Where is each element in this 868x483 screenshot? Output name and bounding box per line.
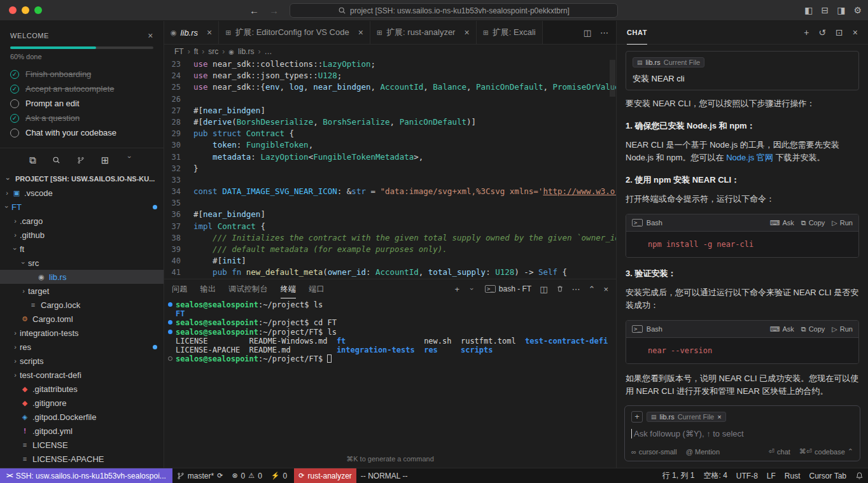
welcome-item[interactable]: ✓Ask a question bbox=[10, 111, 153, 125]
breadcrumb-item[interactable]: src bbox=[208, 47, 218, 56]
tab-chat[interactable]: CHAT bbox=[627, 21, 647, 45]
input-context-pill[interactable]: ▤ lib.rs Current File × bbox=[647, 412, 726, 422]
tree-item-.gitpod.yml[interactable]: !.gitpod.yml bbox=[0, 424, 164, 438]
copy-button[interactable]: ⧉Copy bbox=[801, 325, 825, 333]
toggle-bottom-panel-icon[interactable]: ⊟ bbox=[821, 5, 829, 15]
tree-item-Cargo.lock[interactable]: ≡Cargo.lock bbox=[0, 298, 164, 312]
tree-item-FT[interactable]: ›FT bbox=[0, 200, 164, 214]
breadcrumb-item[interactable]: … bbox=[264, 47, 272, 56]
tab-lib.rs[interactable]: ◉lib.rs× bbox=[164, 21, 219, 44]
tree-item-integration-tests[interactable]: ›integration-tests bbox=[0, 326, 164, 340]
editor-scrollbar[interactable] bbox=[610, 60, 615, 97]
open-chat-in-editor-icon[interactable]: ⊡ bbox=[836, 27, 843, 38]
chat-input[interactable]: + ▤ lib.rs Current File × Ask followup (… bbox=[624, 405, 860, 461]
tree-item-.cargo[interactable]: ›.cargo bbox=[0, 214, 164, 228]
rust-analyzer-status[interactable]: ⟳ rust-analyzer bbox=[294, 468, 356, 483]
explorer-section-header[interactable]: › PROJECT [SSH: USW.SAILOS.IO-NS-KU... bbox=[0, 172, 164, 186]
model-selector[interactable]: ∞ cursor-small bbox=[631, 448, 677, 456]
tree-item-ft[interactable]: ›ft bbox=[0, 242, 164, 256]
tree-item-LICENSE[interactable]: ≡LICENSE bbox=[0, 438, 164, 452]
close-panel-icon[interactable]: × bbox=[603, 284, 608, 294]
settings-gear-icon[interactable]: ⚙ bbox=[853, 5, 862, 15]
ask-button[interactable]: ⌨Ask bbox=[770, 325, 794, 333]
extensions-icon[interactable]: ⊞ bbox=[101, 155, 109, 166]
search-icon[interactable] bbox=[52, 156, 60, 164]
panel-more-icon[interactable]: ⋯ bbox=[572, 284, 580, 294]
terminal-dropdown-icon[interactable]: › bbox=[468, 285, 477, 293]
close-tab-icon[interactable]: × bbox=[207, 27, 212, 38]
submit-chat-button[interactable]: ⏎ chat bbox=[769, 447, 790, 456]
maximize-panel-icon[interactable]: ⌃ bbox=[589, 284, 596, 294]
split-editor-icon[interactable]: ◫ bbox=[584, 28, 591, 38]
toggle-right-panel-icon[interactable]: ◨ bbox=[837, 5, 845, 15]
tree-item-target[interactable]: ›target bbox=[0, 284, 164, 298]
context-pill[interactable]: ▤ lib.rs Current File bbox=[633, 57, 704, 67]
breadcrumb-item[interactable]: lib.rs bbox=[238, 47, 254, 56]
files-icon[interactable]: ⧉ bbox=[29, 155, 36, 166]
welcome-item[interactable]: ✓Accept an autocomplete bbox=[10, 81, 153, 96]
cursor-tab-item[interactable]: Cursor Tab bbox=[805, 468, 851, 483]
mention-button[interactable]: @ Mention bbox=[686, 448, 720, 456]
back-button[interactable]: ← bbox=[249, 5, 259, 16]
close-chat-icon[interactable]: × bbox=[853, 27, 858, 38]
tree-item-src[interactable]: ›src bbox=[0, 256, 164, 270]
close-tab-icon[interactable]: × bbox=[464, 27, 469, 38]
tab-扩展: rust-analyzer[interactable]: ⊞扩展: rust-analyzer× bbox=[370, 21, 477, 44]
language-mode-item[interactable]: Rust bbox=[780, 468, 805, 483]
close-welcome-icon[interactable]: × bbox=[148, 31, 153, 41]
new-chat-icon[interactable]: + bbox=[804, 27, 809, 38]
source-control-icon[interactable] bbox=[77, 157, 85, 164]
minimize-window-button[interactable] bbox=[22, 6, 29, 14]
tree-item-.gitpod.Dockerfile[interactable]: ◈.gitpod.Dockerfile bbox=[0, 410, 164, 424]
ask-button[interactable]: ⌨Ask bbox=[770, 219, 794, 227]
remote-indicator[interactable]: >< SSH: usw.sailos.io-ns-ku1b53vh-sealos… bbox=[0, 468, 172, 483]
chevron-down-icon[interactable]: › bbox=[125, 157, 134, 164]
breadcrumb-item[interactable]: FT bbox=[174, 47, 184, 56]
add-context-button[interactable]: + bbox=[631, 411, 643, 423]
git-branch-item[interactable]: master* ⟳ bbox=[172, 468, 228, 483]
run-button[interactable]: ▷Run bbox=[832, 219, 853, 227]
tab-扩展: Excali[interactable]: ⊞扩展: Excali bbox=[477, 21, 543, 44]
ports-item[interactable]: ⚡ 0 bbox=[267, 468, 291, 483]
submit-codebase-button[interactable]: ⌘⏎ codebase ⌃ bbox=[799, 447, 853, 456]
terminal-session-item[interactable]: >_ bash - FT bbox=[485, 284, 531, 293]
code-editor[interactable]: 23use near_sdk::collections::LazyOption;… bbox=[164, 59, 616, 279]
panel-tab-问题[interactable]: 问题 bbox=[172, 279, 188, 298]
tab-扩展: EditorConfig for VS Code[interactable]: ⊞扩展: EditorConfig for VS Code× bbox=[219, 21, 370, 44]
split-terminal-icon[interactable]: ◫ bbox=[540, 284, 547, 294]
tree-item-.gitignore[interactable]: ◆.gitignore bbox=[0, 396, 164, 410]
tree-item-Cargo.toml[interactable]: ⚙Cargo.toml bbox=[0, 312, 164, 326]
cursor-position-item[interactable]: 行 1, 列 1 bbox=[658, 468, 699, 483]
terminal[interactable]: sealos@sealospoint:~/project$ lsFTsealos… bbox=[164, 300, 616, 447]
breadcrumb-item[interactable]: ft bbox=[194, 47, 199, 56]
toggle-left-panel-icon[interactable]: ◧ bbox=[804, 5, 813, 15]
encoding-item[interactable]: UTF-8 bbox=[732, 468, 762, 483]
panel-tab-端口[interactable]: 端口 bbox=[309, 279, 325, 298]
welcome-item[interactable]: Prompt an edit bbox=[10, 96, 153, 111]
copy-button[interactable]: ⧉Copy bbox=[801, 219, 825, 227]
new-terminal-icon[interactable]: + bbox=[454, 284, 459, 294]
notifications-bell-icon[interactable] bbox=[851, 468, 868, 483]
chat-history-icon[interactable]: ↺ bbox=[818, 27, 826, 38]
tree-item-lib.rs[interactable]: ◉lib.rs bbox=[0, 270, 164, 284]
panel-tab-调试控制台[interactable]: 调试控制台 bbox=[228, 279, 268, 298]
tree-item-LICENSE-APACHE[interactable]: ≡LICENSE-APACHE bbox=[0, 452, 164, 466]
user-message[interactable]: ▤ lib.rs Current File 安装 NEAR cli bbox=[626, 51, 859, 90]
panel-tab-终端[interactable]: 终端 bbox=[281, 279, 297, 298]
tree-item-res[interactable]: ›res bbox=[0, 340, 164, 354]
tree-item-test-contract-defi[interactable]: ›test-contract-defi bbox=[0, 368, 164, 382]
problems-item[interactable]: ⊗ 0 ⚠ 0 bbox=[227, 468, 266, 483]
eol-item[interactable]: LF bbox=[762, 468, 780, 483]
panel-tab-输出[interactable]: 输出 bbox=[200, 279, 216, 298]
indentation-item[interactable]: 空格: 4 bbox=[699, 468, 731, 483]
zoom-window-button[interactable] bbox=[34, 6, 42, 14]
welcome-item[interactable]: Chat with your codebase bbox=[10, 125, 153, 140]
close-tab-icon[interactable]: × bbox=[358, 27, 363, 38]
welcome-item[interactable]: ✓Finish onboarding bbox=[10, 67, 153, 81]
run-button[interactable]: ▷Run bbox=[832, 325, 853, 333]
tree-item-.gitattributes[interactable]: ◆.gitattributes bbox=[0, 382, 164, 396]
close-window-button[interactable] bbox=[9, 6, 17, 14]
forward-button[interactable]: → bbox=[269, 5, 279, 16]
tree-item-.vscode[interactable]: ›▣.vscode bbox=[0, 186, 164, 200]
chat-link[interactable]: Node.js 官网 bbox=[726, 153, 773, 162]
